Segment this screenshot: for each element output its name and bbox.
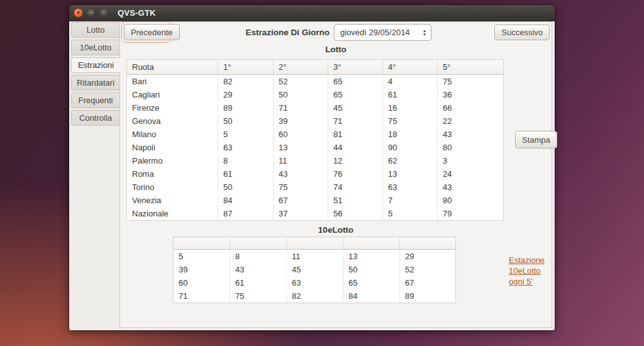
number-cell: 71 bbox=[174, 289, 230, 303]
sidebar-item-estrazioni[interactable]: Estrazioni bbox=[71, 57, 120, 73]
ruota-cell: Roma bbox=[127, 167, 218, 181]
number-cell: 45 bbox=[328, 101, 383, 114]
number-cell: 79 bbox=[438, 207, 504, 221]
table-row[interactable]: Palermo81112623 bbox=[127, 154, 504, 167]
number-cell: 82 bbox=[287, 289, 343, 303]
link-line[interactable]: Estazione bbox=[509, 255, 559, 265]
number-cell: 50 bbox=[218, 181, 274, 194]
number-cell: 50 bbox=[274, 88, 328, 101]
number-cell: 3 bbox=[438, 154, 504, 167]
title-bar[interactable]: × – ▫ QVS-GTK bbox=[69, 5, 555, 21]
number-cell: 43 bbox=[438, 181, 504, 194]
app-window: × – ▫ QVS-GTK Lotto 10eLotto Estrazioni … bbox=[69, 5, 555, 330]
number-cell: 71 bbox=[328, 114, 383, 128]
number-cell: 8 bbox=[230, 250, 287, 264]
sidebar-item-ritardatari[interactable]: Ritardatari bbox=[71, 75, 119, 91]
table-row[interactable]: 6061636567 bbox=[174, 276, 456, 289]
table-row[interactable]: Firenze8971451666 bbox=[127, 101, 504, 114]
close-button[interactable]: × bbox=[74, 8, 83, 18]
number-cell: 80 bbox=[438, 141, 504, 154]
link-line[interactable]: ogni 5' bbox=[509, 276, 559, 287]
10elotto-every-5-link[interactable]: Estazione 10eLotto ogni 5' bbox=[509, 255, 559, 287]
number-cell: 61 bbox=[230, 276, 287, 289]
number-cell: 8 bbox=[218, 154, 274, 167]
number-cell: 60 bbox=[274, 128, 328, 141]
number-cell: 84 bbox=[343, 289, 400, 303]
next-button[interactable]: Successivo bbox=[494, 25, 550, 40]
ruota-cell: Torino bbox=[127, 181, 218, 194]
number-cell: 87 bbox=[218, 207, 274, 221]
number-cell: 90 bbox=[383, 141, 438, 154]
number-cell: 5 bbox=[218, 128, 274, 141]
table-row[interactable]: Venezia846751780 bbox=[127, 194, 504, 207]
ruota-cell: Bari bbox=[127, 75, 218, 89]
number-cell: 43 bbox=[274, 167, 328, 181]
number-cell: 50 bbox=[218, 114, 274, 128]
spin-down-icon[interactable]: ▼ bbox=[423, 33, 426, 36]
number-cell: 67 bbox=[400, 276, 456, 289]
empty-header-cell bbox=[343, 237, 400, 250]
number-cell: 66 bbox=[438, 101, 504, 114]
number-cell: 74 bbox=[328, 181, 383, 194]
number-cell: 13 bbox=[274, 141, 328, 154]
spinner-arrows[interactable]: ▲ ▼ bbox=[418, 29, 431, 36]
column-header-3[interactable]: 3° bbox=[328, 60, 383, 75]
table-row[interactable]: Bari825265475 bbox=[127, 75, 504, 89]
maximize-button[interactable]: ▫ bbox=[99, 8, 108, 18]
ruota-cell: Milano bbox=[127, 128, 218, 141]
empty-header-cell bbox=[230, 237, 287, 250]
table-row[interactable]: Milano560811843 bbox=[127, 128, 504, 141]
number-cell: 75 bbox=[230, 289, 287, 303]
number-cell: 16 bbox=[383, 101, 438, 114]
number-cell: 5 bbox=[174, 250, 230, 264]
column-header-5[interactable]: 5° bbox=[438, 60, 504, 75]
previous-button[interactable]: Precedente bbox=[124, 24, 180, 40]
table-row[interactable]: Roma6143761324 bbox=[127, 167, 504, 181]
number-cell: 18 bbox=[383, 128, 438, 141]
number-cell: 80 bbox=[438, 194, 504, 207]
date-spinbutton[interactable]: giovedì 29/05/2014 ▲ ▼ bbox=[334, 24, 431, 41]
sidebar-item-lotto[interactable]: Lotto bbox=[71, 22, 119, 38]
table-row[interactable]: Nazionale873756579 bbox=[127, 207, 504, 221]
minimize-button[interactable]: – bbox=[86, 8, 96, 18]
link-line[interactable]: 10eLotto bbox=[509, 265, 559, 276]
sidebar-item-10elotto[interactable]: 10eLotto bbox=[71, 40, 119, 55]
sidebar-item-controlla[interactable]: Controlla bbox=[71, 110, 119, 126]
ruota-cell: Napoli bbox=[127, 141, 218, 154]
table-row[interactable]: Genova5039717522 bbox=[127, 114, 504, 128]
number-cell: 62 bbox=[383, 154, 438, 167]
lotto-header-row: Ruota 1° 2° 3° 4° 5° bbox=[127, 60, 504, 75]
number-cell: 50 bbox=[343, 263, 400, 276]
window-body: Lotto 10eLotto Estrazioni Ritardatari Fr… bbox=[69, 21, 555, 330]
minimize-icon: – bbox=[89, 10, 92, 16]
empty-header-cell bbox=[287, 237, 343, 250]
table-row[interactable]: Cagliari2950656136 bbox=[127, 88, 504, 101]
sidebar-item-frequenti[interactable]: Frequenti bbox=[71, 92, 119, 108]
ruota-cell: Nazionale bbox=[127, 207, 218, 221]
number-cell: 11 bbox=[274, 154, 328, 167]
sidebar-tabs: Lotto 10eLotto Estrazioni Ritardatari Fr… bbox=[71, 22, 119, 128]
ruota-cell: Cagliari bbox=[127, 88, 218, 101]
number-cell: 52 bbox=[400, 263, 456, 276]
print-button[interactable]: Stampa bbox=[515, 131, 557, 148]
table-row[interactable]: 3943455052 bbox=[174, 263, 456, 276]
column-header-ruota[interactable]: Ruota bbox=[127, 60, 218, 75]
window-title: QVS-GTK bbox=[118, 8, 156, 18]
column-header-4[interactable]: 4° bbox=[383, 60, 438, 75]
table-row[interactable]: Napoli6313449080 bbox=[127, 141, 504, 154]
number-cell: 39 bbox=[174, 263, 230, 276]
column-header-1[interactable]: 1° bbox=[218, 60, 274, 75]
10elotto-heading: 10eLotto bbox=[120, 225, 552, 235]
table-row[interactable]: Torino5075746343 bbox=[127, 181, 504, 194]
maximize-icon: ▫ bbox=[103, 10, 104, 16]
column-header-2[interactable]: 2° bbox=[274, 60, 328, 75]
number-cell: 56 bbox=[328, 207, 383, 221]
number-cell: 63 bbox=[287, 276, 343, 289]
number-cell: 39 bbox=[274, 114, 328, 128]
close-icon: × bbox=[77, 10, 80, 16]
number-cell: 13 bbox=[343, 250, 400, 264]
table-row[interactable]: 7175828489 bbox=[174, 289, 456, 303]
ruota-cell: Firenze bbox=[127, 101, 218, 114]
number-cell: 67 bbox=[274, 194, 328, 207]
table-row[interactable]: 58111329 bbox=[174, 250, 456, 264]
